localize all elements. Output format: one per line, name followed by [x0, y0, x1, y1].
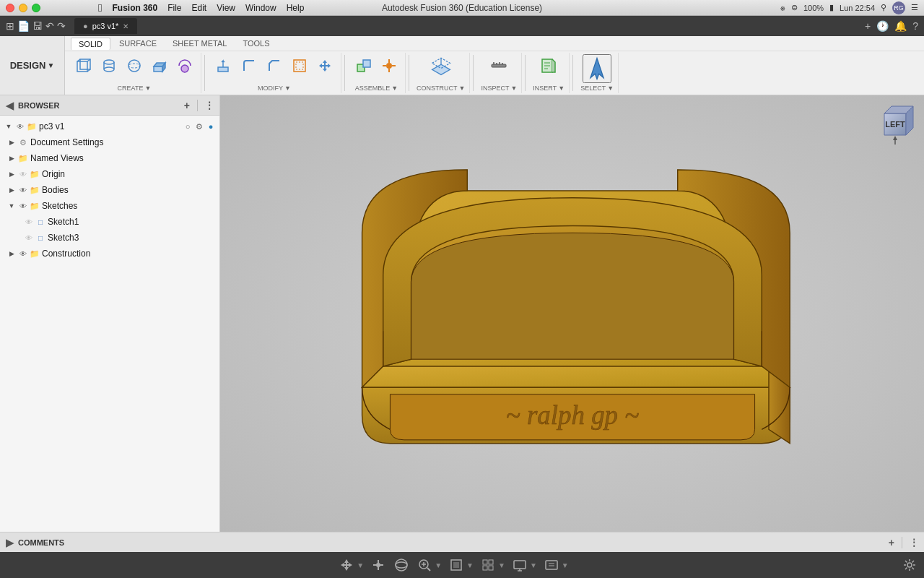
modify-shell-icon[interactable] [288, 54, 311, 77]
assemble-label[interactable]: ASSEMBLE ▼ [355, 85, 398, 92]
nav-fit-icon[interactable] [448, 556, 465, 574]
modify-move-icon[interactable] [313, 54, 336, 77]
tree-eye-origin[interactable]: 👁 [17, 168, 29, 180]
tree-expand-construction[interactable]: ▶ [6, 248, 17, 259]
undo-icon[interactable]: ↶ [45, 20, 54, 32]
settings-icon[interactable] [901, 556, 918, 574]
design-menu[interactable]: DESIGN ▼ [0, 36, 65, 95]
wifi-icon: ⊜ [791, 3, 798, 12]
assemble-icons [352, 54, 401, 77]
nav-zoom-icon[interactable] [416, 556, 433, 574]
tree-expand-root[interactable]: ▼ [3, 121, 14, 132]
browser-collapse-icon[interactable]: ◀ [6, 100, 14, 111]
assemble-joint-icon[interactable] [378, 54, 401, 77]
menu-file[interactable]: File [167, 3, 181, 13]
assemble-new-component-icon[interactable] [352, 54, 375, 77]
new-tab-icon[interactable]: + [865, 20, 871, 32]
tree-expand-sketch3[interactable] [17, 232, 23, 243]
tree-expand-sketch1[interactable] [17, 216, 23, 228]
select-label[interactable]: SELECT ▼ [580, 85, 614, 92]
tree-item-docsettings[interactable]: ▶ ⚙ Document Settings [0, 134, 219, 150]
tree-expand-docsettings[interactable]: ▶ [6, 137, 17, 148]
user-avatar[interactable]: RG [892, 1, 905, 14]
nav-display2-icon[interactable] [543, 556, 560, 574]
tree-expand-bodies[interactable]: ▶ [6, 184, 17, 196]
menu-view[interactable]: View [217, 3, 235, 13]
close-button[interactable] [6, 4, 14, 12]
app-name[interactable]: Fusion 360 [112, 3, 157, 13]
tree-eye-bodies[interactable]: 👁 [17, 184, 29, 196]
apple-menu[interactable]:  [98, 1, 102, 14]
comments-resize-icon[interactable]: ⋮ [910, 538, 918, 548]
apps-icon[interactable]: ⊞ [6, 20, 14, 32]
create-sphere-icon[interactable] [123, 54, 146, 77]
tree-expand-sketches[interactable]: ▼ [6, 200, 17, 212]
notifications-icon[interactable]: ☰ [911, 3, 918, 12]
menu-window[interactable]: Window [245, 3, 276, 13]
nav-grid-icon[interactable] [479, 556, 497, 574]
tree-eye-sketch3[interactable]: 👁 [23, 232, 35, 243]
minimize-button[interactable] [19, 4, 27, 12]
inspect-measure-icon[interactable] [487, 54, 510, 77]
browser-add-icon[interactable]: + [184, 100, 190, 111]
history-icon[interactable]: 🕐 [876, 20, 889, 32]
tree-item-root[interactable]: ▼ 👁 📁 pc3 v1 ○ ⚙ ● [0, 118, 219, 134]
create-extrude-icon[interactable] [148, 54, 171, 77]
tree-expand-namedviews[interactable]: ▶ [6, 152, 17, 164]
search-icon[interactable]: ⚲ [881, 3, 886, 12]
insert-icon[interactable] [537, 54, 560, 77]
menu-help[interactable]: Help [287, 3, 305, 13]
tree-dot-root[interactable]: ● [205, 121, 217, 132]
comments-collapse-icon[interactable]: ▶ [6, 537, 14, 548]
tab-pc3v1[interactable]: ● pc3 v1* ✕ [74, 18, 137, 34]
tree-item-origin[interactable]: ▶ 👁 📁 Origin [0, 166, 219, 182]
tree-item-sketch1[interactable]: 👁 □ Sketch1 [0, 214, 219, 230]
tree-eye-construction[interactable]: 👁 [17, 248, 29, 259]
nav-move-icon[interactable] [338, 556, 355, 574]
notifications-bell-icon[interactable]: 🔔 [894, 20, 907, 32]
create-revolve-icon[interactable] [173, 54, 196, 77]
viewcube[interactable]: LEFT [873, 103, 917, 146]
nav-pan-icon[interactable] [370, 556, 387, 574]
construct-offset-plane-icon[interactable] [430, 54, 453, 77]
maximize-button[interactable] [32, 4, 40, 12]
create-box-icon[interactable] [72, 54, 95, 77]
tree-item-construction[interactable]: ▶ 👁 📁 Construction [0, 246, 219, 262]
tree-eye-root[interactable]: 👁 [14, 121, 26, 132]
modify-label[interactable]: MODIFY ▼ [258, 85, 291, 92]
tab-sheet-metal[interactable]: SHEET METAL [165, 38, 234, 49]
tree-item-namedviews[interactable]: ▶ 📁 Named Views [0, 150, 219, 166]
nav-orbit-icon[interactable] [393, 556, 410, 574]
create-cylinder-icon[interactable] [97, 54, 121, 77]
inspect-label[interactable]: INSPECT ▼ [481, 85, 517, 92]
new-file-icon[interactable]: 📄 [17, 20, 30, 32]
nav-display-icon[interactable] [511, 556, 528, 574]
construct-label[interactable]: CONSTRUCT ▼ [417, 85, 465, 92]
tree-settings-root[interactable]: ⚙ [193, 121, 205, 132]
tab-close-icon[interactable]: ✕ [123, 22, 128, 30]
tree-gear-root[interactable]: ○ [182, 121, 193, 132]
tree-eye-sketches[interactable]: 👁 [17, 200, 29, 212]
redo-icon[interactable]: ↷ [57, 20, 66, 32]
tree-item-sketches[interactable]: ▼ 👁 📁 Sketches [0, 198, 219, 214]
save-icon[interactable]: 🖫 [32, 20, 43, 32]
select-icon[interactable] [583, 54, 611, 83]
menu-edit[interactable]: Edit [192, 3, 207, 13]
insert-label[interactable]: INSERT ▼ [533, 85, 565, 92]
tree-item-sketch3[interactable]: 👁 □ Sketch3 [0, 230, 219, 246]
comments-add-icon[interactable]: + [889, 537, 894, 548]
browser-resize-icon[interactable]: ⋮ [205, 100, 214, 111]
tree-eye-sketch1[interactable]: 👁 [23, 216, 35, 228]
viewport[interactable]: ~ ralph gp ~ [220, 95, 924, 532]
tab-solid[interactable]: SOLID [71, 38, 110, 50]
help-icon[interactable]: ? [912, 20, 918, 32]
tab-tools[interactable]: TOOLS [235, 38, 276, 49]
tree-label-docsettings: Document Settings [30, 137, 217, 147]
modify-chamfer-icon[interactable] [263, 54, 286, 77]
tree-item-bodies[interactable]: ▶ 👁 📁 Bodies [0, 182, 219, 198]
modify-press-pull-icon[interactable] [212, 54, 235, 77]
modify-fillet-icon[interactable] [237, 54, 261, 77]
tree-expand-origin[interactable]: ▶ [6, 168, 17, 180]
create-label[interactable]: CREATE ▼ [118, 85, 152, 92]
tab-surface[interactable]: SURFACE [112, 38, 164, 49]
